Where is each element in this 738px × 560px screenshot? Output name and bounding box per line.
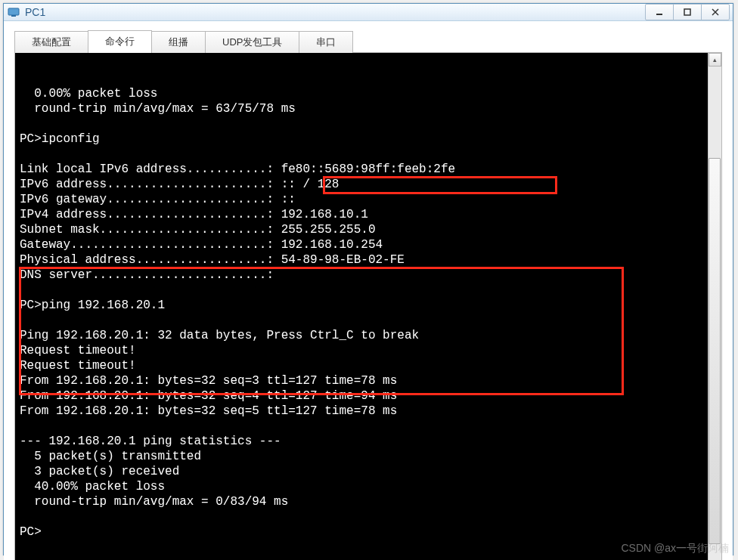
tab-multicast[interactable]: 组播: [151, 31, 206, 54]
svg-rect-3: [684, 9, 690, 15]
terminal-line: Link local IPv6 address...........: fe80…: [20, 162, 703, 177]
terminal-line: [20, 147, 703, 162]
terminal-line: IPv6 gateway......................: ::: [20, 192, 703, 207]
terminal-line: [20, 283, 703, 298]
titlebar[interactable]: PC1: [4, 4, 733, 21]
close-icon: [712, 8, 719, 16]
window-controls: [646, 4, 730, 20]
scroll-up-button[interactable]: ▴: [709, 53, 721, 67]
terminal-line: From 192.168.20.1: bytes=32 seq=5 ttl=12…: [20, 404, 703, 419]
terminal-line: [20, 116, 703, 131]
terminal-line: round-trip min/avg/max = 63/75/78 ms: [20, 101, 703, 116]
terminal-line: From 192.168.20.1: bytes=32 seq=4 ttl=12…: [20, 388, 703, 404]
tab-bar: 基础配置 命令行 组播 UDP发包工具 串口: [14, 30, 722, 53]
terminal-line: round-trip min/avg/max = 0/83/94 ms: [20, 494, 703, 509]
app-icon: [7, 5, 20, 19]
terminal-line: 40.00% packet loss: [20, 479, 703, 494]
window-title: PC1: [25, 6, 646, 18]
close-button[interactable]: [701, 4, 730, 20]
terminal-container: 0.00% packet loss round-trip min/avg/max…: [14, 53, 722, 560]
terminal-line: [20, 313, 703, 328]
minimize-button[interactable]: [645, 4, 674, 20]
terminal-line: PC>ipconfig: [20, 131, 703, 147]
terminal-line: IPv4 address......................: 192.…: [20, 207, 703, 222]
terminal-line: Gateway...........................: 192.…: [20, 237, 703, 252]
terminal-line: Request timeout!: [20, 343, 703, 358]
terminal-line: 3 packet(s) received: [20, 464, 703, 479]
maximize-button[interactable]: [673, 4, 702, 20]
terminal-line: Ping 192.168.20.1: 32 data bytes, Press …: [20, 328, 703, 343]
terminal-line: 0.00% packet loss: [20, 86, 703, 101]
tab-udp-tool[interactable]: UDP发包工具: [205, 31, 299, 54]
tab-serial[interactable]: 串口: [299, 31, 353, 54]
terminal[interactable]: 0.00% packet loss round-trip min/avg/max…: [15, 53, 708, 560]
terminal-line: Physical address..................: 54-8…: [20, 252, 703, 268]
minimize-icon: [656, 8, 663, 16]
terminal-line: PC>ping 192.168.20.1: [20, 298, 703, 313]
terminal-line: DNS server........................:: [20, 268, 703, 283]
content-area: 基础配置 命令行 组播 UDP发包工具 串口 0.00% packet loss…: [4, 21, 733, 560]
terminal-line: PC>: [20, 524, 703, 540]
scroll-track[interactable]: [709, 67, 721, 560]
scrollbar: ▴ ▾: [708, 53, 721, 560]
terminal-line: IPv6 address......................: :: /…: [20, 177, 703, 192]
tab-basic-config[interactable]: 基础配置: [14, 31, 88, 54]
maximize-icon: [684, 8, 691, 16]
terminal-line: From 192.168.20.1: bytes=32 seq=3 ttl=12…: [20, 373, 703, 388]
terminal-line: 5 packet(s) transmitted: [20, 449, 703, 464]
svg-rect-0: [8, 8, 19, 15]
terminal-line: [20, 509, 703, 524]
terminal-line: Subnet mask.......................: 255.…: [20, 222, 703, 237]
scroll-thumb[interactable]: [709, 158, 721, 544]
chevron-up-icon: ▴: [713, 56, 717, 63]
app-window: PC1 基础配置 命令行 组播 UDP发包工具 串口 0.00% packet …: [3, 3, 733, 555]
svg-rect-1: [11, 15, 16, 17]
terminal-line: --- 192.168.20.1 ping statistics ---: [20, 434, 703, 449]
terminal-line: [20, 419, 703, 434]
tab-command-line[interactable]: 命令行: [88, 30, 152, 54]
terminal-line: Request timeout!: [20, 358, 703, 373]
